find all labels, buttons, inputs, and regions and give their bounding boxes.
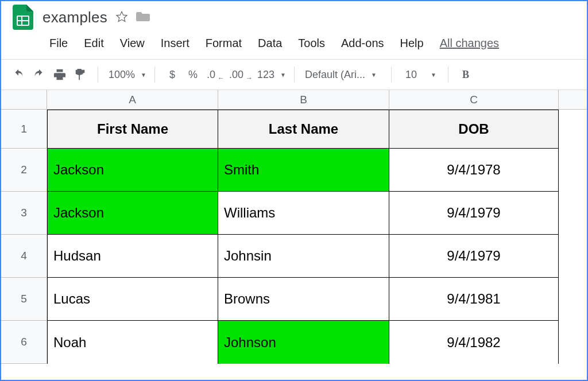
doc-info: examples (42, 9, 150, 26)
bold-button[interactable]: B (457, 65, 475, 84)
cell-A4[interactable]: Hudsan (47, 235, 218, 278)
paint-format-button[interactable] (71, 65, 90, 84)
chevron-down-icon: ▼ (280, 72, 286, 78)
cell-A1[interactable]: First Name (47, 110, 218, 149)
menu-data[interactable]: Data (250, 34, 290, 52)
currency-button[interactable]: $ (163, 65, 181, 84)
menu-insert[interactable]: Insert (153, 34, 198, 52)
spreadsheet: A B C 1 First Name Last Name DOB 2 Jacks… (1, 90, 587, 364)
col-header-A[interactable]: A (47, 90, 218, 109)
doc-title[interactable]: examples (42, 9, 107, 26)
sheet-body: 1 First Name Last Name DOB 2 Jackson Smi… (1, 110, 587, 364)
cell-B6[interactable]: Johnson (218, 321, 389, 364)
cell-B1[interactable]: Last Name (218, 110, 389, 149)
col-header-B[interactable]: B (218, 90, 389, 109)
all-changes-link[interactable]: All changes (440, 37, 499, 50)
print-button[interactable] (51, 65, 69, 84)
cell-B2[interactable]: Smith (218, 149, 389, 192)
sheets-logo-icon[interactable] (11, 3, 34, 31)
menu-tools[interactable]: Tools (290, 34, 333, 52)
row-header[interactable]: 2 (1, 149, 47, 192)
title-bar: examples (1, 1, 587, 29)
redo-button[interactable] (30, 65, 48, 84)
chevron-down-icon: ▼ (431, 72, 436, 78)
increase-decimal-button[interactable]: .00→ (227, 65, 253, 84)
row-header[interactable]: 4 (1, 235, 47, 278)
cell-C5[interactable]: 9/4/1981 (389, 278, 559, 321)
menu-view[interactable]: View (112, 34, 153, 52)
cell-C1[interactable]: DOB (389, 110, 559, 149)
separator (154, 67, 155, 83)
row-header[interactable]: 3 (1, 192, 47, 235)
row-header[interactable]: 6 (1, 321, 47, 364)
col-header-C[interactable]: C (389, 90, 559, 109)
cell-B5[interactable]: Browns (218, 278, 389, 321)
row-header[interactable]: 1 (1, 110, 47, 149)
column-headers: A B C (1, 90, 587, 110)
cell-B4[interactable]: Johnsin (218, 235, 389, 278)
row-header[interactable]: 5 (1, 278, 47, 321)
chevron-down-icon: ▼ (141, 72, 146, 78)
separator (391, 67, 392, 83)
zoom-value: 100% (106, 69, 137, 81)
select-all-corner[interactable] (1, 90, 47, 109)
chevron-down-icon: ▼ (371, 72, 377, 78)
undo-button[interactable] (9, 65, 28, 84)
zoom-dropdown[interactable]: 100% ▼ (106, 65, 146, 84)
cell-A5[interactable]: Lucas (47, 278, 218, 321)
separator (294, 67, 295, 83)
menu-format[interactable]: Format (198, 34, 250, 52)
table-row: 5 Lucas Browns 9/4/1981 (1, 278, 587, 321)
cell-C3[interactable]: 9/4/1979 (389, 192, 559, 235)
percent-button[interactable]: % (184, 65, 202, 84)
table-row: 2 Jackson Smith 9/4/1978 (1, 149, 587, 192)
table-row: 4 Hudsan Johnsin 9/4/1979 (1, 235, 587, 278)
toolbar: 100% ▼ $ % .0← .00→ 123 ▼ Default (Ari..… (1, 59, 587, 90)
font-family-dropdown[interactable]: Default (Ari... ▼ (303, 65, 383, 84)
cell-B3[interactable]: Williams (218, 192, 389, 235)
menu-addons[interactable]: Add-ons (333, 34, 392, 52)
cell-A3[interactable]: Jackson (47, 192, 218, 235)
menu-help[interactable]: Help (392, 34, 432, 52)
cell-C6[interactable]: 9/4/1982 (389, 321, 559, 364)
table-row: 6 Noah Johnson 9/4/1982 (1, 321, 587, 364)
cell-A2[interactable]: Jackson (47, 149, 218, 192)
font-size-value: 10 (403, 69, 419, 81)
cell-A6[interactable]: Noah (47, 321, 218, 364)
star-icon[interactable] (115, 10, 128, 25)
menu-bar: File Edit View Insert Format Data Tools … (1, 29, 587, 59)
decrease-decimal-button[interactable]: .0← (204, 65, 225, 84)
font-size-dropdown[interactable]: 10 ▼ (400, 65, 440, 84)
folder-icon[interactable] (136, 11, 150, 24)
menu-edit[interactable]: Edit (76, 34, 111, 52)
table-row: 1 First Name Last Name DOB (1, 110, 587, 149)
cell-C4[interactable]: 9/4/1979 (389, 235, 559, 278)
menu-file[interactable]: File (41, 34, 76, 52)
separator (448, 67, 448, 83)
separator (98, 67, 98, 83)
more-formats-dropdown[interactable]: 123 ▼ (255, 65, 286, 84)
table-row: 3 Jackson Williams 9/4/1979 (1, 192, 587, 235)
cell-C2[interactable]: 9/4/1978 (389, 149, 559, 192)
font-family-value: Default (Ari... (303, 69, 368, 81)
